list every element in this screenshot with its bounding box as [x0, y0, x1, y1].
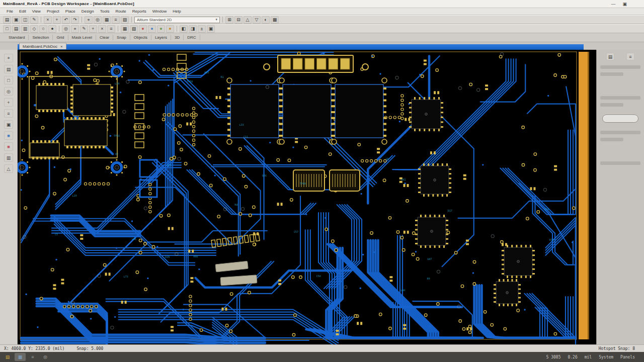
menu-edit[interactable]: Edit — [17, 9, 29, 14]
toolbar-group-mask-level[interactable]: Mask Level — [68, 35, 96, 40]
folder-icon[interactable]: ▤ — [2, 353, 13, 361]
minimize-button[interactable]: — — [611, 2, 615, 7]
via-icon[interactable]: ◇ — [30, 25, 38, 33]
toolbar-group-drc[interactable]: DRC — [184, 35, 200, 40]
toolbar-group-3d[interactable]: 3D — [171, 35, 184, 40]
undo-icon[interactable]: ↶ — [62, 16, 70, 24]
print-icon[interactable]: ◫ — [21, 16, 29, 24]
menu-view[interactable]: View — [30, 9, 43, 14]
panels-icon[interactable]: ▤ — [606, 53, 614, 60]
menu-file[interactable]: File — [4, 9, 16, 14]
panel-row[interactable] — [600, 103, 623, 107]
ok-green-icon[interactable]: ● — [157, 25, 165, 33]
menu-tools[interactable]: Tools — [98, 9, 112, 14]
grid-icon[interactable]: ▦ — [103, 16, 111, 24]
drc-red-icon[interactable]: ● — [139, 25, 147, 33]
panel-row[interactable] — [600, 131, 640, 134]
view-configuration-combo[interactable]: Altium Standard 2D▾ — [134, 17, 220, 23]
edit-icon[interactable]: ✎ — [30, 16, 38, 24]
pcb-component-chip — [70, 84, 113, 116]
add-part-icon[interactable]: + — [4, 98, 13, 107]
warn-orange-icon[interactable]: ● — [166, 25, 174, 33]
cursor-icon[interactable]: ⌖ — [4, 54, 13, 62]
panel-row[interactable] — [600, 161, 640, 165]
target-icon[interactable]: ◎ — [94, 16, 102, 24]
error-color-icon[interactable]: ■ — [4, 142, 13, 151]
mesh-icon[interactable]: ▦ — [121, 25, 129, 33]
ring-icon[interactable]: ◎ — [62, 25, 70, 33]
panel-row[interactable] — [600, 138, 623, 141]
panel-row[interactable] — [600, 65, 640, 69]
delete-icon[interactable]: × — [98, 25, 106, 33]
pin-panel-icon[interactable]: ≡ — [626, 53, 634, 60]
contrast-icon[interactable]: ◐ — [262, 16, 270, 24]
down-icon[interactable]: ▽ — [253, 16, 261, 24]
open-icon[interactable]: ▤ — [3, 16, 11, 24]
menu-place[interactable]: Place — [63, 9, 78, 14]
maximize-button[interactable]: ▣ — [622, 2, 627, 7]
menu-design[interactable]: Design — [79, 9, 97, 14]
snap-icon[interactable]: ▣ — [207, 25, 215, 33]
plane-icon[interactable]: ▥ — [21, 25, 29, 33]
toolbar-group-layers[interactable]: Layers — [151, 35, 171, 40]
tolerance-icon[interactable]: ± — [198, 25, 206, 33]
save-icon[interactable]: ▣ — [12, 16, 20, 24]
layers-icon[interactable]: ≡ — [112, 16, 120, 24]
toolbar-group-snap[interactable]: Snap — [113, 35, 130, 40]
mask-icon[interactable]: ▩ — [271, 16, 279, 24]
net-color-icon[interactable]: ■ — [4, 131, 13, 140]
menu-route[interactable]: Route — [113, 9, 128, 14]
bottom-status-segment: mil — [585, 355, 592, 359]
menu-help[interactable]: Help — [170, 9, 183, 14]
sheet-icon[interactable]: ▤ — [4, 65, 13, 73]
pcb-component-chip — [64, 117, 107, 148]
pcb-canvas[interactable]: U9D24L73R86TP58U3U47L19C11Q56TP83R1C50D2… — [18, 50, 596, 344]
up-icon[interactable]: △ — [244, 16, 252, 24]
panel-row[interactable] — [600, 96, 640, 100]
plane-icon[interactable]: ▥ — [4, 153, 13, 162]
toolbar-group-selection[interactable]: Selection — [29, 35, 53, 40]
add-icon[interactable]: + — [53, 16, 61, 24]
fill-icon[interactable]: ◧ — [180, 25, 188, 33]
svg-text:C11: C11 — [244, 135, 248, 138]
tri-icon[interactable]: △ — [4, 164, 13, 173]
origin-icon[interactable]: ⌖ — [71, 25, 79, 33]
redo-icon[interactable]: ↷ — [71, 16, 79, 24]
rect-icon[interactable]: □ — [4, 76, 13, 84]
zoom-in-icon[interactable]: ⊞ — [225, 16, 233, 24]
circle-icon[interactable]: ◎ — [4, 87, 13, 96]
menu-project[interactable]: Project — [44, 9, 62, 14]
hatch-icon[interactable]: ▧ — [121, 16, 129, 24]
stack-icon[interactable]: ≡ — [107, 25, 115, 33]
panel-slider[interactable] — [602, 115, 638, 123]
zoom-out-icon[interactable]: ⊟ — [234, 16, 243, 24]
toolbar-group-standard[interactable]: Standard — [5, 35, 29, 40]
plus-icon[interactable]: + — [89, 25, 97, 33]
pad-icon[interactable]: ○ — [39, 25, 47, 33]
toolbar-group-objects[interactable]: Objects — [130, 35, 151, 40]
layers-view-icon[interactable]: ≡ — [27, 353, 38, 361]
toolbar-group-clear[interactable]: Clear — [96, 35, 113, 40]
pcb-component-hole — [108, 159, 125, 175]
select-icon[interactable]: □ — [3, 25, 11, 33]
document-tab-close-icon[interactable]: × — [60, 44, 63, 49]
net-blue-icon[interactable]: ● — [148, 25, 156, 33]
board-view-icon[interactable]: ▦ — [15, 353, 26, 361]
combo-dropdown-icon[interactable]: ▾ — [215, 18, 217, 22]
draw-icon[interactable]: ✎ — [80, 25, 88, 33]
cut-icon[interactable]: × — [44, 16, 52, 24]
document-tab[interactable]: MainBoard.PcbDoc × — [19, 43, 66, 49]
board-icon[interactable]: ▤ — [12, 25, 20, 33]
dot-icon[interactable]: ● — [48, 25, 56, 33]
right-panel-icons: ▤≡ — [599, 53, 641, 60]
filled-icon[interactable]: ▣ — [4, 120, 13, 129]
route-icon[interactable]: ▧ — [130, 25, 138, 33]
panel-row[interactable] — [600, 72, 623, 76]
settings-icon[interactable]: ◎ — [40, 353, 51, 361]
menu-window[interactable]: Window — [150, 9, 169, 14]
menu-reports[interactable]: Reports — [130, 9, 149, 14]
list-icon[interactable]: ≡ — [4, 109, 13, 118]
toolbar-group-grid[interactable]: Grid — [53, 35, 68, 40]
split-icon[interactable]: ◨ — [189, 25, 197, 33]
crosshair-icon[interactable]: ⌖ — [85, 16, 93, 24]
